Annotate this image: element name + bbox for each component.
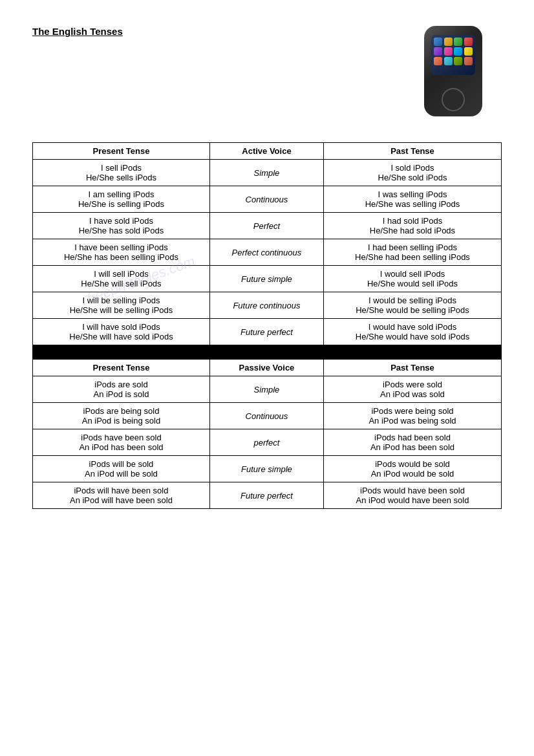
active-voice-header: Active Voice (209, 143, 323, 160)
table-row: iPods will have been soldAn iPod will ha… (33, 482, 502, 509)
separator-row (33, 345, 502, 360)
past-cell: iPods would have been soldAn iPod would … (323, 482, 501, 509)
table-row: I sell iPodsHe/She sells iPods Simple I … (33, 160, 502, 186)
voice-cell: Future simple (209, 266, 323, 292)
past-cell: I would be selling iPodsHe/She would be … (323, 292, 501, 319)
separator-cell (323, 345, 501, 360)
past-cell: I would have sold iPodsHe/She would have… (323, 319, 501, 345)
separator-cell (33, 345, 210, 360)
table-row: I will sell iPodsHe/She will sell iPods … (33, 266, 502, 292)
past-cell: I had been selling iPodsHe/She had been … (323, 239, 501, 266)
ipod-illustration (418, 26, 489, 123)
voice-cell: Future continuous (209, 292, 323, 319)
active-past-header: Past Tense (323, 143, 501, 160)
past-cell: I was selling iPodsHe/She was selling iP… (323, 186, 501, 213)
passive-past-header: Past Tense (323, 360, 501, 376)
present-cell: iPods will have been soldAn iPod will ha… (33, 482, 210, 509)
voice-cell: perfect (209, 429, 323, 456)
past-cell: iPods were being soldAn iPod was being s… (323, 403, 501, 429)
active-voice-table: Present Tense Active Voice Past Tense I … (32, 142, 502, 509)
past-cell: iPods were soldAn iPod was sold (323, 376, 501, 403)
table-row: I am selling iPodsHe/She is selling iPod… (33, 186, 502, 213)
page-title: The English Tenses (32, 26, 123, 37)
past-cell: iPods would be soldAn iPod would be sold (323, 456, 501, 482)
active-header-row: Present Tense Active Voice Past Tense (33, 143, 502, 160)
present-cell: I have been selling iPodsHe/She has been… (33, 239, 210, 266)
present-cell: iPods have been soldAn iPod has been sol… (33, 429, 210, 456)
voice-cell: Simple (209, 376, 323, 403)
past-cell: iPods had been soldAn iPod has been sold (323, 429, 501, 456)
table-row: iPods will be soldAn iPod will be sold F… (33, 456, 502, 482)
voice-cell: Perfect continuous (209, 239, 323, 266)
voice-cell: Future perfect (209, 482, 323, 509)
past-cell: I had sold iPodsHe/She had sold iPods (323, 213, 501, 239)
table-row: iPods have been soldAn iPod has been sol… (33, 429, 502, 456)
table-row: iPods are soldAn iPod is sold Simple iPo… (33, 376, 502, 403)
past-cell: I sold iPodsHe/She sold iPods (323, 160, 501, 186)
present-cell: iPods will be soldAn iPod will be sold (33, 456, 210, 482)
past-cell: I would sell iPodsHe/She would sell iPod… (323, 266, 501, 292)
passive-present-header: Present Tense (33, 360, 210, 376)
present-cell: I sell iPodsHe/She sells iPods (33, 160, 210, 186)
passive-voice-header: Passive Voice (209, 360, 323, 376)
present-cell: I will be selling iPodsHe/She will be se… (33, 292, 210, 319)
present-cell: I will have sold iPodsHe/She will have s… (33, 319, 210, 345)
table-row: I have been selling iPodsHe/She has been… (33, 239, 502, 266)
active-present-header: Present Tense (33, 143, 210, 160)
voice-cell: Continuous (209, 403, 323, 429)
voice-cell: Future simple (209, 456, 323, 482)
table-row: iPods are being soldAn iPod is being sol… (33, 403, 502, 429)
present-cell: iPods are being soldAn iPod is being sol… (33, 403, 210, 429)
voice-cell: Continuous (209, 186, 323, 213)
voice-cell: Simple (209, 160, 323, 186)
table-row: I will have sold iPodsHe/She will have s… (33, 319, 502, 345)
page-header: The English Tenses (32, 26, 502, 123)
present-cell: I am selling iPodsHe/She is selling iPod… (33, 186, 210, 213)
present-cell: iPods are soldAn iPod is sold (33, 376, 210, 403)
present-cell: I have sold iPodsHe/She has sold iPods (33, 213, 210, 239)
separator-cell (209, 345, 323, 360)
voice-cell: Future perfect (209, 319, 323, 345)
voice-cell: Perfect (209, 213, 323, 239)
passive-header-row: Present Tense Passive Voice Past Tense (33, 360, 502, 376)
table-row: I will be selling iPodsHe/She will be se… (33, 292, 502, 319)
present-cell: I will sell iPodsHe/She will sell iPods (33, 266, 210, 292)
table-row: I have sold iPodsHe/She has sold iPods P… (33, 213, 502, 239)
